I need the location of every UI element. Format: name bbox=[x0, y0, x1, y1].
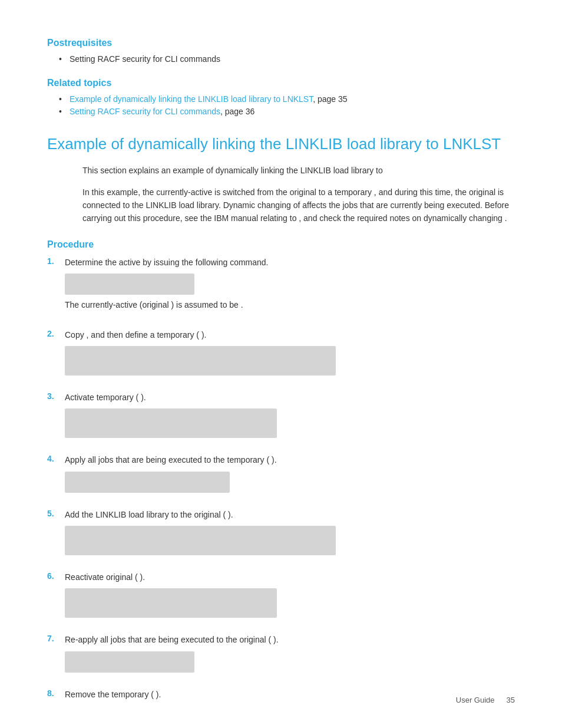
step-7-text: Re-apply all jobs that are being execute… bbox=[65, 633, 515, 646]
main-body-2: In this example, the currently-active is… bbox=[47, 186, 515, 225]
footer-label: User Guide bbox=[456, 696, 495, 704]
step-1-code bbox=[65, 274, 194, 295]
procedure-step-8: 8. Remove the temporary ( ). bbox=[47, 688, 515, 706]
step-4-content: Apply all jobs that are being executed t… bbox=[65, 453, 515, 496]
postrequisites-item-1: Setting RACF security for CLI commands bbox=[59, 54, 515, 64]
step-7-content: Re-apply all jobs that are being execute… bbox=[65, 633, 515, 676]
step-5-text: Add the LINKLIB load library to the orig… bbox=[65, 508, 515, 521]
procedure-step-5: 5. Add the LINKLIB load library to the o… bbox=[47, 508, 515, 559]
procedure-step-1: 1. Determine the active by issuing the f… bbox=[47, 256, 515, 317]
step-1-content: Determine the active by issuing the foll… bbox=[65, 256, 515, 317]
step-num-1: 1. bbox=[47, 256, 65, 266]
step-2-code bbox=[65, 346, 336, 375]
step-num-7: 7. bbox=[47, 633, 65, 643]
related-topics-suffix-1: , page 35 bbox=[313, 94, 347, 104]
related-topics-heading: Related topics bbox=[47, 78, 515, 88]
procedure-step-2: 2. Copy , and then define a temporary ( … bbox=[47, 328, 515, 379]
step-3-code bbox=[65, 409, 277, 438]
step-1-text: Determine the active by issuing the foll… bbox=[65, 256, 515, 269]
step-5-content: Add the LINKLIB load library to the orig… bbox=[65, 508, 515, 559]
postrequisites-list: Setting RACF security for CLI commands bbox=[47, 54, 515, 64]
step-num-3: 3. bbox=[47, 391, 65, 401]
page-footer: User Guide 35 bbox=[456, 696, 515, 704]
step-6-content: Reactivate original ( ). bbox=[65, 571, 515, 621]
step-num-8: 8. bbox=[47, 688, 65, 698]
procedure-heading: Procedure bbox=[47, 239, 515, 250]
step-4-text: Apply all jobs that are being executed t… bbox=[65, 453, 515, 466]
related-topics-list: Example of dynamically linking the LINKL… bbox=[47, 94, 515, 116]
step-num-6: 6. bbox=[47, 571, 65, 581]
step-num-2: 2. bbox=[47, 328, 65, 338]
step-4-code bbox=[65, 472, 230, 493]
main-section-title: Example of dynamically linking the LINKL… bbox=[47, 135, 515, 153]
procedure-list: 1. Determine the active by issuing the f… bbox=[47, 256, 515, 706]
step-2-text: Copy , and then define a temporary ( ). bbox=[65, 328, 515, 341]
procedure-step-6: 6. Reactivate original ( ). bbox=[47, 571, 515, 621]
procedure-step-4: 4. Apply all jobs that are being execute… bbox=[47, 453, 515, 496]
step-1-note: The currently-active (original ) is assu… bbox=[65, 298, 515, 311]
related-topics-item-1: Example of dynamically linking the LINKL… bbox=[59, 94, 515, 104]
step-7-code bbox=[65, 651, 194, 673]
step-3-content: Activate temporary ( ). bbox=[65, 391, 515, 442]
step-3-text: Activate temporary ( ). bbox=[65, 391, 515, 404]
related-topics-link-1[interactable]: Example of dynamically linking the LINKL… bbox=[70, 94, 313, 104]
step-2-content: Copy , and then define a temporary ( ). bbox=[65, 328, 515, 379]
step-num-4: 4. bbox=[47, 453, 65, 463]
related-topics-suffix-2: , page 36 bbox=[220, 107, 254, 116]
postrequisites-heading: Postrequisites bbox=[47, 38, 515, 48]
main-body-1: This section explains an example of dyna… bbox=[47, 164, 515, 177]
step-num-5: 5. bbox=[47, 508, 65, 518]
step-6-code bbox=[65, 588, 277, 618]
procedure-step-7: 7. Re-apply all jobs that are being exec… bbox=[47, 633, 515, 676]
step-8-content: Remove the temporary ( ). bbox=[65, 688, 515, 706]
step-6-text: Reactivate original ( ). bbox=[65, 571, 515, 584]
related-topics-item-2: Setting RACF security for CLI commands, … bbox=[59, 107, 515, 116]
procedure-step-3: 3. Activate temporary ( ). bbox=[47, 391, 515, 442]
step-5-code bbox=[65, 526, 336, 555]
page-number: 35 bbox=[507, 696, 515, 704]
step-8-text: Remove the temporary ( ). bbox=[65, 688, 515, 701]
related-topics-link-2[interactable]: Setting RACF security for CLI commands bbox=[70, 107, 220, 116]
